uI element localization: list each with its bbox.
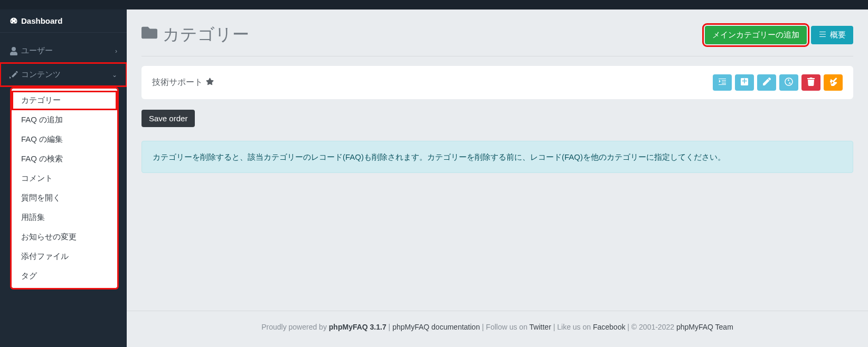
nav-users[interactable]: ユーザー › <box>0 39 127 63</box>
submenu-news[interactable]: お知らせの変更 <box>12 227 117 247</box>
sidebar-topbar <box>0 0 127 9</box>
footer-powered: Proudly powered by <box>261 323 329 331</box>
nav-dashboard-label: Dashboard <box>21 16 117 25</box>
nav-users-label: ユーザー <box>21 46 115 56</box>
submenu-faq-add[interactable]: FAQ の追加 <box>12 110 117 130</box>
indent-button[interactable] <box>713 74 732 91</box>
edit-icon <box>10 71 21 79</box>
plus-square-icon <box>740 78 749 88</box>
footer-like: | Like us on <box>551 323 593 331</box>
footer-product: phpMyFAQ 3.1.7 <box>329 323 386 331</box>
star-icon <box>206 78 214 88</box>
footer-follow: | Follow us on <box>480 323 530 331</box>
pencil-icon <box>762 78 771 88</box>
submenu-attachments[interactable]: 添付ファイル <box>12 247 117 266</box>
page-title-text: カテゴリー <box>163 23 249 46</box>
submenu-comments[interactable]: コメント <box>12 169 117 188</box>
page-actions: メインカテゴリーの追加 概要 <box>705 26 853 44</box>
footer-facebook-link[interactable]: Facebook <box>593 323 625 331</box>
submenu-faq-edit[interactable]: FAQ の編集 <box>12 130 117 149</box>
save-order-button[interactable]: Save order <box>141 110 195 127</box>
translate-button[interactable] <box>779 74 798 91</box>
sidebar: Dashboard ユーザー › コンテンツ ⌄ カテゴリー FAQ の追加 F… <box>0 0 127 347</box>
footer-team-link[interactable]: phpMyFAQ Team <box>676 323 733 331</box>
delete-warning-alert: カテゴリーを削除すると、該当カテゴリーのレコード(FAQ)も削除されます。カテゴ… <box>141 141 853 173</box>
folder-icon <box>141 25 157 45</box>
overview-label: 概要 <box>830 30 846 40</box>
category-actions <box>713 74 843 91</box>
submenu-open-questions[interactable]: 質問を開く <box>12 188 117 208</box>
main: カテゴリー メインカテゴリーの追加 概要 技術サポート <box>127 0 868 347</box>
nav-dashboard[interactable]: Dashboard <box>0 9 127 33</box>
footer: Proudly powered by phpMyFAQ 3.1.7 | phpM… <box>127 311 868 347</box>
footer-copy: | © 2001-2022 <box>625 323 676 331</box>
nav-contents-label: コンテンツ <box>21 70 112 80</box>
category-row: 技術サポート <box>141 66 853 99</box>
overview-button[interactable]: 概要 <box>811 26 853 44</box>
footer-docs-link[interactable]: phpMyFAQ documentation <box>392 323 480 331</box>
page-header: カテゴリー メインカテゴリーの追加 概要 <box>141 23 853 56</box>
delete-button[interactable] <box>801 74 820 91</box>
submenu-tags[interactable]: タグ <box>12 266 117 286</box>
user-icon <box>10 47 21 55</box>
category-name-text: 技術サポート <box>152 77 203 88</box>
contents-submenu: カテゴリー FAQ の追加 FAQ の編集 FAQ の検索 コメント 質問を開く… <box>12 89 117 288</box>
submenu-glossary[interactable]: 用語集 <box>12 208 117 227</box>
footer-sep1: | <box>386 323 392 331</box>
footer-twitter-link[interactable]: Twitter <box>530 323 551 331</box>
content: カテゴリー メインカテゴリーの追加 概要 技術サポート <box>127 9 868 311</box>
globe-icon <box>785 78 793 88</box>
submenu-category[interactable]: カテゴリー <box>12 91 117 110</box>
chevron-right-icon: › <box>115 47 117 55</box>
list-icon <box>818 30 827 40</box>
indent-icon <box>718 78 727 88</box>
save-row: Save order <box>141 110 853 127</box>
trash-icon <box>807 78 815 88</box>
edit-button[interactable] <box>757 74 776 91</box>
category-name: 技術サポート <box>152 77 713 88</box>
page-title: カテゴリー <box>141 23 249 46</box>
dashboard-icon <box>10 17 21 25</box>
add-main-category-button[interactable]: メインカテゴリーの追加 <box>705 26 807 44</box>
add-sub-button[interactable] <box>735 74 754 91</box>
main-topbar <box>127 0 868 9</box>
chevron-down-icon: ⌄ <box>112 71 117 79</box>
nav-contents[interactable]: コンテンツ ⌄ <box>0 63 127 86</box>
submenu-faq-search[interactable]: FAQ の検索 <box>12 149 117 169</box>
scissors-icon <box>829 78 837 88</box>
cut-button[interactable] <box>824 74 843 91</box>
